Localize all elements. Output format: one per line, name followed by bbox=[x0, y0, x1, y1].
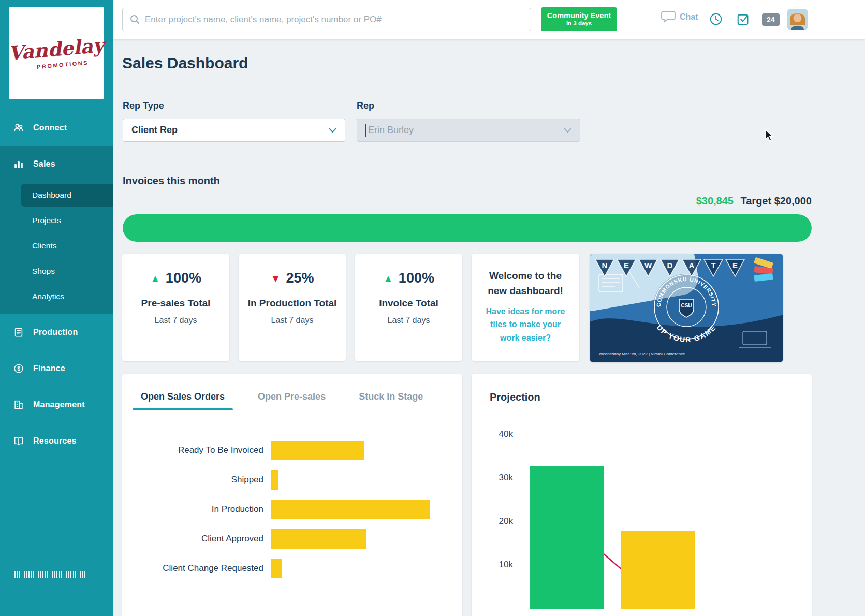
bar-category-label: Client Approved bbox=[122, 534, 271, 544]
search-input[interactable] bbox=[145, 14, 523, 25]
logo-wordmark: Vandelay bbox=[8, 34, 105, 65]
rep-label: Rep bbox=[357, 100, 580, 111]
app-window: Vandelay PROMOTIONS Connect bbox=[0, 0, 865, 616]
community-event-button[interactable]: Community Event in 3 days bbox=[541, 7, 617, 31]
clipboard-icon bbox=[13, 327, 24, 338]
chevron-down-icon bbox=[564, 128, 571, 133]
sidebar-item-shops[interactable]: Shops bbox=[0, 258, 113, 284]
topbar: Community Event in 3 days Chat 24 bbox=[113, 0, 865, 39]
page-title: Sales Dashboard bbox=[122, 54, 248, 72]
pennant-flag: T bbox=[703, 259, 723, 277]
rep-type-field: Rep Type Client Rep bbox=[123, 100, 345, 142]
sidebar-item-sales[interactable]: Sales bbox=[0, 146, 113, 182]
users-icon bbox=[13, 122, 24, 134]
sidebar-item-label: Production bbox=[33, 328, 78, 337]
bar-row: In Production bbox=[122, 494, 462, 524]
sidebar-sales-section: Sales Dashboard Projects Clients Shops A… bbox=[0, 146, 113, 314]
sidebar-item-analytics[interactable]: Analytics bbox=[0, 284, 113, 309]
building-icon bbox=[13, 399, 24, 410]
stat-subtitle: Last 7 days bbox=[239, 316, 346, 325]
rep-value: Erin Burley bbox=[368, 125, 564, 136]
invoice-progress-bar bbox=[123, 214, 812, 242]
notification-count-badge[interactable]: 24 bbox=[762, 13, 780, 26]
bar-row: Client Change Requested bbox=[122, 553, 462, 583]
dollar-icon: $ bbox=[13, 363, 24, 374]
sidebar-item-resources[interactable]: Resources bbox=[0, 423, 113, 459]
banner-footer-text: Wednesday Mar 9th, 2022 | Virtual Confer… bbox=[599, 351, 685, 356]
search-icon bbox=[130, 14, 140, 24]
bar-category-label: In Production bbox=[122, 504, 271, 515]
sidebar-item-management[interactable]: Management bbox=[0, 387, 113, 423]
company-logo[interactable]: Vandelay PROMOTIONS bbox=[9, 7, 104, 99]
sidebar-subitem-label: Analytics bbox=[32, 292, 64, 301]
bar-category-label: Shipped bbox=[122, 475, 271, 485]
projection-bar bbox=[621, 531, 695, 609]
chat-label: Chat bbox=[680, 12, 698, 22]
stat-title: Pre-sales Total bbox=[122, 298, 229, 309]
barcode-artifact bbox=[14, 571, 87, 578]
stat-subtitle: Last 7 days bbox=[355, 316, 462, 325]
tab-open-pre-sales[interactable]: Open Pre-sales bbox=[254, 388, 330, 410]
y-axis-tick-20k: 20k bbox=[481, 516, 513, 526]
bar-category-label: Ready To Be Invoiced bbox=[122, 445, 271, 456]
invoice-target: Target $20,000 bbox=[741, 195, 812, 207]
sidebar-item-dashboard[interactable]: Dashboard bbox=[21, 184, 113, 207]
invoice-progress-fill bbox=[123, 214, 812, 242]
user-avatar[interactable] bbox=[787, 9, 808, 30]
sidebar-subitem-label: Clients bbox=[32, 241, 56, 251]
svg-text:$: $ bbox=[17, 366, 20, 372]
welcome-card: Welcome to the new dashboard! Have ideas… bbox=[472, 254, 579, 361]
book-icon bbox=[13, 435, 24, 447]
trend-arrow: ▲ bbox=[150, 273, 160, 284]
y-axis-tick-10k: 10k bbox=[481, 560, 513, 570]
sidebar-item-production[interactable]: Production bbox=[0, 314, 113, 350]
orders-tabs: Open Sales Orders Open Pre-sales Stuck I… bbox=[137, 388, 427, 410]
community-event-subtitle: in 3 days bbox=[566, 21, 592, 27]
pennant-flag: E bbox=[617, 259, 636, 277]
banner-badge-text: CSU bbox=[681, 303, 692, 309]
rep-type-select[interactable]: Client Rep bbox=[123, 119, 345, 142]
stat-percent: 100% bbox=[166, 270, 201, 286]
open-sales-orders-panel: Open Sales Orders Open Pre-sales Stuck I… bbox=[122, 374, 462, 616]
pennant-flag: N bbox=[595, 259, 614, 277]
sidebar-item-connect[interactable]: Connect bbox=[0, 110, 113, 146]
rep-select[interactable]: Erin Burley bbox=[357, 119, 580, 142]
tab-stuck-in-stage[interactable]: Stuck In Stage bbox=[355, 388, 427, 410]
bar-category-label: Client Change Requested bbox=[122, 563, 271, 574]
community-event-title: Community Event bbox=[547, 12, 611, 20]
projection-bar bbox=[530, 466, 604, 609]
bar-ready-to-be-invoiced bbox=[271, 441, 364, 460]
stat-card-in-production: ▼ 25% In Production Total Last 7 days bbox=[239, 254, 346, 361]
y-axis-tick-30k: 30k bbox=[481, 473, 513, 483]
rep-type-value: Client Rep bbox=[131, 125, 329, 136]
pennant-flag: D bbox=[660, 259, 680, 277]
chat-bubble-icon bbox=[661, 10, 676, 24]
bar-client-change-requested bbox=[271, 559, 282, 578]
clock-icon[interactable] bbox=[708, 11, 724, 27]
sidebar-item-clients[interactable]: Clients bbox=[0, 233, 113, 258]
bar-row: Client Approved bbox=[122, 524, 462, 553]
sidebar-nav: Connect Sales Dashboard bbox=[0, 110, 113, 459]
event-banner[interactable]: COMMONSKU UNIVERSITY CSU UP YOUR GAME We… bbox=[590, 254, 783, 362]
chat-button[interactable]: Chat bbox=[661, 10, 698, 24]
bar-row: Shipped bbox=[122, 465, 462, 494]
rep-type-label: Rep Type bbox=[123, 100, 345, 111]
sidebar-subitem-label: Shops bbox=[32, 267, 55, 276]
pennant-flag: E bbox=[725, 259, 745, 277]
tab-open-sales-orders[interactable]: Open Sales Orders bbox=[137, 388, 229, 410]
bar-shipped bbox=[271, 470, 278, 490]
stat-title: Invoice Total bbox=[355, 298, 462, 309]
invoices-section-title: Invoices this month bbox=[123, 175, 220, 187]
sidebar-subitem-label: Dashboard bbox=[32, 190, 71, 200]
projection-chart: 40k30k20k10k bbox=[472, 374, 812, 616]
bar-row: Ready To Be Invoiced bbox=[122, 435, 462, 465]
text-caret bbox=[365, 124, 366, 137]
sidebar-item-finance[interactable]: $ Finance bbox=[0, 350, 113, 387]
feedback-link[interactable]: Have ideas for more tiles to make your w… bbox=[481, 305, 570, 345]
y-axis-tick-40k: 40k bbox=[481, 429, 513, 439]
sidebar-item-projects[interactable]: Projects bbox=[0, 208, 113, 233]
bar-client-approved bbox=[271, 529, 366, 549]
sidebar-item-label: Connect bbox=[33, 123, 67, 133]
tasks-icon[interactable] bbox=[736, 11, 751, 27]
stat-subtitle: Last 7 days bbox=[122, 316, 229, 325]
